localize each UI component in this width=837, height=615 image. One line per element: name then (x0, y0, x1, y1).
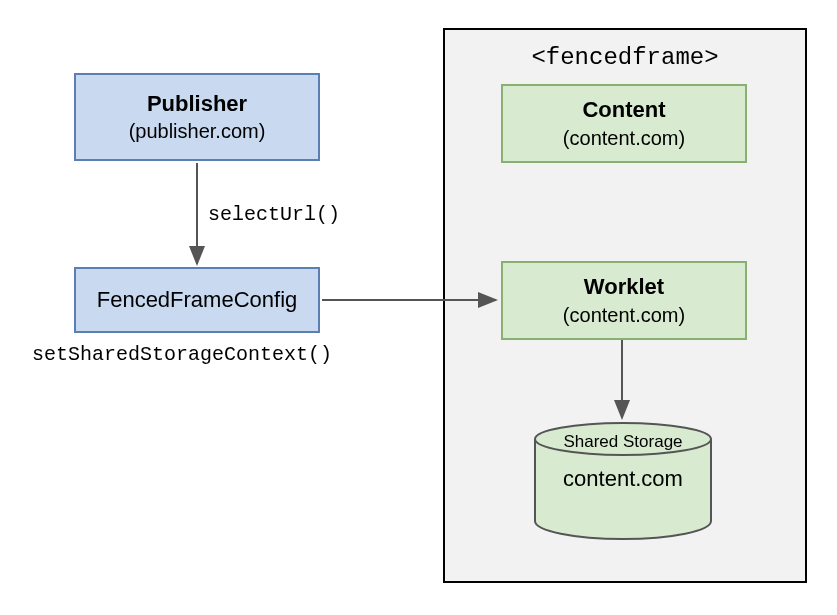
worklet-title: Worklet (584, 273, 664, 302)
publisher-title: Publisher (147, 90, 247, 119)
worklet-box: Worklet (content.com) (501, 261, 747, 340)
set-shared-storage-context-call-label: setSharedStorageContext() (32, 343, 332, 366)
architecture-diagram: Publisher (publisher.com) FencedFrameCon… (0, 0, 837, 615)
select-url-call-label: selectUrl() (208, 203, 340, 226)
content-title: Content (582, 96, 665, 125)
publisher-subtitle: (publisher.com) (129, 118, 266, 144)
shared-storage-cylinder: Shared Storage content.com (533, 421, 713, 541)
fenced-frame-container: <fencedframe> Content (content.com) Work… (443, 28, 807, 583)
fenced-frame-config-label: FencedFrameConfig (97, 286, 298, 315)
content-subtitle: (content.com) (563, 125, 685, 151)
content-box: Content (content.com) (501, 84, 747, 163)
worklet-subtitle: (content.com) (563, 302, 685, 328)
shared-storage-domain: content.com (533, 466, 713, 492)
shared-storage-label: Shared Storage (533, 432, 713, 452)
fenced-frame-config-box: FencedFrameConfig (74, 267, 320, 333)
fenced-frame-tag: <fencedframe> (445, 44, 805, 71)
publisher-box: Publisher (publisher.com) (74, 73, 320, 161)
